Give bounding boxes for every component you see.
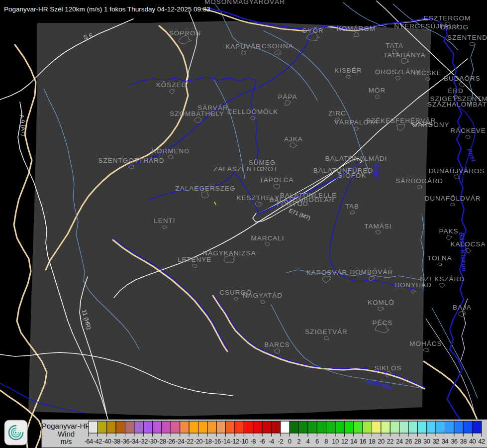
city-label: BARCS <box>264 341 290 348</box>
city-label: PÉCS <box>373 319 393 327</box>
legend-color-cell <box>226 421 235 433</box>
legend-tick-label: 40 <box>469 438 476 445</box>
city-label: LETENYE <box>178 256 212 263</box>
legend-color-cell <box>153 421 162 433</box>
legend-tick-label: 26 <box>405 438 412 445</box>
legend-tick-label: 22 <box>387 438 394 445</box>
legend-tick-label: 6 <box>315 438 319 445</box>
legend-color-cell <box>143 421 152 433</box>
city-label: DOMBÓVÁR <box>350 268 393 276</box>
legend-color-cell <box>281 421 290 433</box>
city-label: BONYHÁD <box>395 281 432 289</box>
legend-tick-label: 2 <box>297 438 300 445</box>
legend-color-cell <box>97 421 106 433</box>
city-label: KOMÁROM <box>337 25 376 32</box>
legend-color-cell <box>125 421 134 433</box>
legend-color-cell <box>381 421 390 433</box>
city-label: DUNAÚJVÁROS <box>428 167 485 175</box>
legend-color-cell <box>372 421 381 433</box>
legend-tick-label: 24 <box>396 438 403 445</box>
legend-tick-label: -2 <box>278 438 284 445</box>
legend-tick-label: -8 <box>250 438 256 445</box>
city-label: FONYÓD <box>277 200 308 208</box>
city-label: SZENTGOTTHÁRD <box>98 157 165 164</box>
legend-color-cell <box>445 421 454 433</box>
legend-tick-label: 0 <box>288 438 292 445</box>
city-label: SZIGETVÁR <box>305 328 348 336</box>
city-label: SZENTENDRE <box>447 34 487 41</box>
legend-color-cell <box>262 421 271 433</box>
city-label: LENTI <box>154 217 175 224</box>
legend-tick-label: 28 <box>414 438 421 445</box>
city-label: ESZTERGOM <box>424 14 471 22</box>
city-label: SÁRBOGÁRD <box>395 177 443 185</box>
city-label: SOPRON <box>169 29 201 37</box>
legend-tick-label: -34 <box>130 438 139 445</box>
legend-color-cell <box>390 421 399 433</box>
city-label: ÉRD <box>448 87 464 95</box>
city-label: ZALASZENTGRÓT <box>213 165 278 173</box>
city-label: TATA <box>386 42 403 49</box>
legend-color-cell <box>162 421 171 433</box>
legend-color-cell <box>454 421 463 433</box>
legend-tick-label: -10 <box>240 438 249 445</box>
city-label: PÁPA <box>278 93 297 101</box>
map-svg: MOSONMAGYARÓVÁRSOPRONKAPUVÁRCSORNAGYŐRKO… <box>0 0 487 448</box>
legend-tick-label: 30 <box>423 438 430 445</box>
legend-color-cell <box>299 421 308 433</box>
legend-tick-label: -42 <box>94 438 102 445</box>
legend-tick-label: 20 <box>378 438 385 445</box>
city-label: CELLDÖMÖLK <box>227 108 278 115</box>
city-label: BICSKE <box>414 69 442 77</box>
legend-color-cell <box>207 421 216 433</box>
legend-color-cell <box>344 421 353 433</box>
legend-color-cell <box>290 421 298 433</box>
city-label: MOHÁCS <box>409 340 442 347</box>
legend-tick-label: -40 <box>102 438 111 445</box>
cyclone-logo-icon <box>4 420 27 445</box>
city-label: RÁCKEVE <box>450 127 486 134</box>
city-label: SIÓFOK <box>338 172 366 179</box>
city-label: TAPOLCA <box>259 176 293 184</box>
city-label: PAKS <box>439 227 458 235</box>
legend-color-cell <box>335 421 344 433</box>
legend-color-cell <box>180 421 189 433</box>
legend-color-cell <box>271 421 280 433</box>
legend-color-cell <box>216 421 225 433</box>
legend-color-cell <box>244 421 253 433</box>
legend-tick-label: -22 <box>185 438 194 445</box>
city-label: GÁRDONY <box>412 121 449 128</box>
legend-color-cell <box>308 421 317 433</box>
legend-color-cell <box>417 421 426 433</box>
legend-color-cell <box>171 421 180 433</box>
city-label: MÓR <box>369 87 386 94</box>
legend-tick-label: -26 <box>167 438 176 445</box>
legend-color-cell <box>399 421 408 433</box>
city-label: MOSONMAGYARÓVÁR <box>204 0 285 5</box>
legend-tick-label: -36 <box>121 438 130 445</box>
legend-tick-label: 16 <box>359 438 366 445</box>
legend-tick-label: 4 <box>306 438 310 445</box>
legend-units: m/s <box>61 438 72 446</box>
legend-tick-label: 32 <box>432 438 439 445</box>
city-label: ZIRC <box>328 110 346 117</box>
legend-color-cell <box>189 421 198 433</box>
city-label: KOMLÓ <box>368 299 394 306</box>
legend-tick-label: -24 <box>176 438 185 445</box>
area-label: Fejér <box>373 164 381 180</box>
legend-color-cell <box>235 421 244 433</box>
legend-model-name: Poganyvar-HR <box>42 422 91 430</box>
city-label: KISBÉR <box>334 67 362 74</box>
city-label: GYŐR <box>302 27 324 34</box>
city-label: KAPOSVÁR <box>306 269 347 276</box>
legend-tick-label: 12 <box>341 438 348 445</box>
city-label: KŐSZEG <box>156 81 187 89</box>
city-label: TOLNA <box>427 254 452 262</box>
city-label: KALOCSA <box>451 240 486 248</box>
city-label: BAJA <box>453 304 472 311</box>
city-label: DOROG <box>441 23 469 31</box>
legend-tick-label: -16 <box>212 438 221 445</box>
legend-color-cell <box>408 421 417 433</box>
legend-tick-label: -20 <box>194 438 203 445</box>
city-label: MARCALI <box>251 234 284 242</box>
